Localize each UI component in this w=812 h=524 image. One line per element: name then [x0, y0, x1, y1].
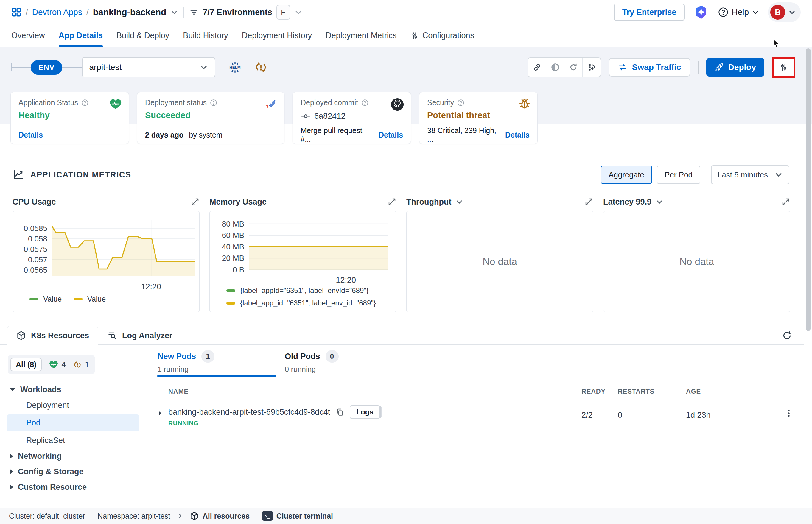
expand-icon[interactable] — [781, 197, 790, 206]
status-filters: All (8) 4 1 — [8, 355, 95, 374]
header-actions: Try Enterprise Help B — [614, 2, 801, 22]
tree-group-custom-resource[interactable]: Custom Resource — [0, 479, 147, 495]
chevron-down-icon — [199, 63, 208, 72]
filter-healthy[interactable]: 4 — [49, 360, 66, 370]
col-restarts[interactable]: RESTARTS — [618, 388, 654, 395]
help-label: Help — [732, 7, 749, 17]
throughput-panel: No data — [406, 211, 594, 312]
deploy-button[interactable]: Deploy — [706, 58, 764, 77]
tree-item-replicaset[interactable]: ReplicaSet — [0, 432, 147, 448]
per-pod-toggle[interactable]: Per Pod — [657, 165, 700, 184]
swap-traffic-button[interactable]: Swap Traffic — [609, 58, 690, 77]
help-menu[interactable]: Help — [718, 7, 759, 18]
tab-k8s-resources[interactable]: K8s Resources — [7, 326, 98, 345]
tab-build-history[interactable]: Build History — [183, 24, 228, 47]
environments-filter[interactable]: 7/7 Environments F — [190, 5, 302, 20]
help-circle-icon[interactable] — [361, 99, 369, 107]
tree-item-pod[interactable]: Pod — [6, 414, 140, 431]
col-age[interactable]: AGE — [686, 388, 701, 395]
new-pods-tab[interactable]: New Pods 1 1 running — [158, 350, 214, 374]
caret-right-icon — [10, 453, 13, 459]
tree-group-networking[interactable]: Networking — [0, 448, 147, 464]
apps-grid-icon[interactable] — [11, 7, 21, 17]
vertical-scrollbar[interactable] — [806, 48, 811, 331]
help-circle-icon[interactable] — [210, 99, 217, 107]
link-icon[interactable] — [528, 58, 546, 77]
filter-warning[interactable]: 1 — [73, 360, 89, 369]
line-chart-icon — [13, 169, 25, 181]
ai-sparkle-icon[interactable] — [694, 4, 709, 20]
row-expand-caret-icon[interactable] — [157, 410, 164, 416]
pie-chart-icon[interactable] — [546, 58, 565, 77]
chevron-down-icon[interactable] — [294, 8, 303, 16]
filter-all[interactable]: All (8) — [11, 358, 42, 371]
refresh-icon[interactable] — [565, 58, 583, 77]
pod-restarts: 0 — [618, 411, 622, 420]
cluster-label: Cluster: default_cluster — [9, 512, 85, 521]
caret-right-icon — [10, 484, 13, 490]
details-link[interactable]: Details — [378, 131, 403, 140]
status-cards: Application Status Healthy Details Deplo… — [11, 92, 538, 144]
cluster-terminal-link[interactable]: >_ Cluster terminal — [262, 511, 333, 521]
time-range-select[interactable]: Last 5 minutes — [711, 165, 789, 184]
environment-select[interactable]: arpit-test — [82, 57, 215, 78]
commit-hash[interactable]: 6a82412 — [314, 112, 345, 121]
mouse-cursor — [772, 39, 780, 48]
tab-build-deploy[interactable]: Build & Deploy — [116, 24, 169, 47]
helm-icon[interactable]: HELM — [228, 60, 242, 75]
old-pods-tab[interactable]: Old Pods 0 0 running — [285, 350, 339, 374]
tab-configurations[interactable]: Configurations — [410, 24, 474, 47]
sliders-icon — [410, 32, 419, 40]
expand-icon[interactable] — [584, 197, 594, 206]
tab-app-details[interactable]: App Details — [59, 24, 103, 47]
col-ready[interactable]: READY — [582, 388, 605, 395]
breadcrumb-section[interactable]: Devtron Apps — [32, 7, 82, 17]
svg-text:40 MB: 40 MB — [222, 242, 244, 251]
all-resources-link[interactable]: All resources — [190, 511, 249, 521]
kebab-menu-icon[interactable] — [784, 409, 793, 418]
details-link[interactable]: Details — [505, 131, 530, 140]
tab-overview[interactable]: Overview — [11, 24, 45, 47]
chevron-down-icon — [788, 8, 796, 16]
user-menu[interactable]: B — [768, 2, 801, 22]
chevron-down-icon[interactable] — [655, 198, 663, 206]
app-config-sliders-icon[interactable] — [779, 62, 789, 72]
copy-icon[interactable] — [336, 408, 344, 416]
tab-deployment-metrics[interactable]: Deployment Metrics — [326, 24, 397, 47]
deployment-status-card: Deployment status Succeeded 2 days ago b… — [137, 92, 285, 144]
deploy-rocket-icon — [264, 98, 278, 111]
chart-title: Throughput — [406, 197, 451, 207]
details-link[interactable]: Details — [18, 131, 43, 140]
help-circle-icon[interactable] — [81, 99, 89, 107]
table-row[interactable]: banking-backend-arpit-test-69b5cfc4d9-8d… — [147, 401, 804, 436]
chevron-down-icon[interactable] — [455, 198, 463, 206]
env-connector-line — [11, 63, 31, 71]
svg-text:12:20: 12:20 — [336, 276, 356, 284]
tree-group-config-storage[interactable]: Config & Storage — [0, 464, 147, 479]
rollback-icon[interactable] — [583, 58, 601, 77]
aggregate-toggle[interactable]: Aggregate — [601, 165, 652, 184]
cluster-status-bar: Cluster: default_cluster Namespace: arpi… — [0, 508, 812, 524]
try-enterprise-button[interactable]: Try Enterprise — [614, 3, 685, 21]
tab-deployment-history[interactable]: Deployment History — [242, 24, 312, 47]
chevron-down-icon[interactable] — [170, 8, 178, 16]
refresh-icon[interactable] — [782, 330, 792, 341]
latency-chart: Latency 99.9 No data — [603, 195, 790, 312]
cpu-chart-panel[interactable]: 0.05850.0580.05750.0570.056512:20 Value … — [13, 211, 199, 312]
memory-chart-panel[interactable]: 80 MB60 MB40 MB20 MB0 B12:20 {label_appI… — [209, 211, 396, 312]
svg-text:60 MB: 60 MB — [222, 231, 244, 240]
tree-item-deployment[interactable]: Deployment — [0, 397, 147, 413]
log-search-icon — [107, 331, 117, 341]
col-name[interactable]: NAME — [168, 388, 189, 395]
logs-button[interactable]: Logs — [350, 405, 380, 419]
env-pill: ENV — [31, 60, 62, 75]
expand-icon[interactable] — [191, 197, 199, 206]
svg-text:12:20: 12:20 — [141, 282, 161, 291]
actions-divider — [698, 61, 699, 74]
restart-alert-icon[interactable] — [254, 61, 268, 74]
tab-log-analyzer[interactable]: Log Analyzer — [98, 326, 181, 345]
expand-icon[interactable] — [388, 197, 396, 206]
tree-group-workloads[interactable]: Workloads — [0, 382, 147, 397]
memory-usage-chart: Memory Usage 80 MB60 MB40 MB20 MB0 B12:2… — [209, 195, 396, 312]
help-circle-icon[interactable] — [457, 99, 465, 107]
